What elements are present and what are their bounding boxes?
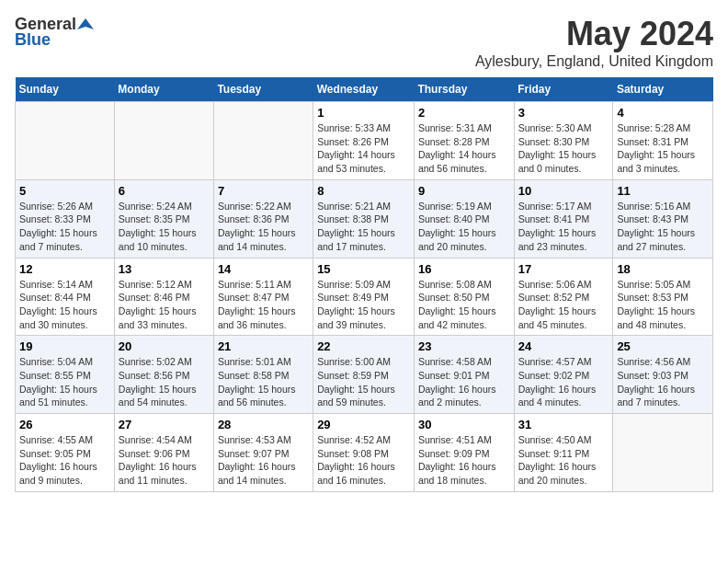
day-info: Sunrise: 5:26 AMSunset: 8:33 PMDaylight:… [19,200,110,254]
calendar-cell: 26Sunrise: 4:55 AMSunset: 9:05 PMDayligh… [16,414,115,492]
logo: General Blue [15,15,94,50]
day-info: Sunrise: 5:06 AMSunset: 8:52 PMDaylight:… [518,278,609,332]
day-info: Sunrise: 5:00 AMSunset: 8:59 PMDaylight:… [317,355,410,409]
calendar-cell: 11Sunrise: 5:16 AMSunset: 8:43 PMDayligh… [613,179,713,258]
day-info: Sunrise: 5:02 AMSunset: 8:56 PMDaylight:… [119,355,210,409]
day-number: 5 [19,184,110,198]
day-info: Sunrise: 4:54 AMSunset: 9:06 PMDaylight:… [119,433,210,488]
calendar-cell: 14Sunrise: 5:11 AMSunset: 8:47 PMDayligh… [213,258,313,336]
day-info: Sunrise: 5:01 AMSunset: 8:58 PMDaylight:… [218,355,309,409]
day-number: 6 [119,184,210,198]
calendar-cell: 28Sunrise: 4:53 AMSunset: 9:07 PMDayligh… [213,414,313,492]
day-info: Sunrise: 5:09 AMSunset: 8:49 PMDaylight:… [317,278,410,332]
day-number: 9 [418,184,510,198]
calendar-cell [213,102,313,180]
day-info: Sunrise: 5:04 AMSunset: 8:55 PMDaylight:… [19,355,110,409]
day-info: Sunrise: 5:31 AMSunset: 8:28 PMDaylight:… [418,121,510,176]
calendar-cell [613,414,713,492]
day-info: Sunrise: 4:56 AMSunset: 9:03 PMDaylight:… [617,355,709,409]
calendar-cell [114,102,213,180]
calendar-cell: 4Sunrise: 5:28 AMSunset: 8:31 PMDaylight… [613,102,713,180]
calendar-cell: 23Sunrise: 4:58 AMSunset: 9:01 PMDayligh… [414,336,514,414]
calendar-cell: 2Sunrise: 5:31 AMSunset: 8:28 PMDaylight… [414,102,514,180]
day-info: Sunrise: 4:55 AMSunset: 9:05 PMDaylight:… [19,433,110,488]
day-number: 23 [418,339,510,353]
day-number: 3 [518,106,609,120]
calendar-cell: 25Sunrise: 4:56 AMSunset: 9:03 PMDayligh… [613,336,713,414]
day-info: Sunrise: 5:21 AMSunset: 8:38 PMDaylight:… [317,200,410,254]
calendar-cell: 13Sunrise: 5:12 AMSunset: 8:46 PMDayligh… [114,258,213,336]
day-number: 27 [119,418,210,431]
day-info: Sunrise: 5:16 AMSunset: 8:43 PMDaylight:… [617,200,709,254]
day-info: Sunrise: 4:57 AMSunset: 9:02 PMDaylight:… [518,355,609,409]
header-day-sunday: Sunday [16,77,115,102]
day-number: 30 [418,418,510,431]
header-day-wednesday: Wednesday [313,77,415,102]
day-number: 28 [218,418,309,431]
calendar-cell: 8Sunrise: 5:21 AMSunset: 8:38 PMDaylight… [313,179,415,258]
week-row-3: 12Sunrise: 5:14 AMSunset: 8:44 PMDayligh… [16,258,713,336]
calendar-cell: 16Sunrise: 5:08 AMSunset: 8:50 PMDayligh… [414,258,514,336]
calendar-cell: 3Sunrise: 5:30 AMSunset: 8:30 PMDaylight… [514,102,613,180]
day-number: 14 [218,262,309,276]
day-info: Sunrise: 5:08 AMSunset: 8:50 PMDaylight:… [418,278,510,332]
calendar-cell: 10Sunrise: 5:17 AMSunset: 8:41 PMDayligh… [514,179,613,258]
calendar-cell: 18Sunrise: 5:05 AMSunset: 8:53 PMDayligh… [613,258,713,336]
day-info: Sunrise: 5:11 AMSunset: 8:47 PMDaylight:… [218,278,309,332]
day-number: 26 [19,418,110,431]
week-row-5: 26Sunrise: 4:55 AMSunset: 9:05 PMDayligh… [16,414,713,492]
location-title: Aylesbury, England, United Kingdom [475,53,713,70]
day-number: 15 [317,262,410,276]
calendar-cell: 19Sunrise: 5:04 AMSunset: 8:55 PMDayligh… [16,336,115,414]
day-number: 11 [617,184,709,198]
svg-marker-0 [77,18,94,29]
day-number: 7 [218,184,309,198]
day-number: 21 [218,339,309,353]
calendar-cell: 22Sunrise: 5:00 AMSunset: 8:59 PMDayligh… [313,336,415,414]
day-number: 24 [518,339,609,353]
day-info: Sunrise: 5:24 AMSunset: 8:35 PMDaylight:… [119,200,210,254]
day-number: 18 [617,262,709,276]
day-info: Sunrise: 4:58 AMSunset: 9:01 PMDaylight:… [418,355,510,409]
day-info: Sunrise: 4:53 AMSunset: 9:07 PMDaylight:… [218,433,309,488]
calendar-cell: 1Sunrise: 5:33 AMSunset: 8:26 PMDaylight… [313,102,415,180]
day-number: 31 [518,418,609,431]
header-day-thursday: Thursday [414,77,514,102]
logo-blue: Blue [15,30,51,50]
day-info: Sunrise: 5:12 AMSunset: 8:46 PMDaylight:… [119,278,210,332]
day-number: 19 [19,339,110,353]
calendar-table: SundayMondayTuesdayWednesdayThursdayFrid… [15,77,713,492]
calendar-cell: 31Sunrise: 4:50 AMSunset: 9:11 PMDayligh… [514,414,613,492]
day-info: Sunrise: 5:19 AMSunset: 8:40 PMDaylight:… [418,200,510,254]
calendar-cell: 12Sunrise: 5:14 AMSunset: 8:44 PMDayligh… [16,258,115,336]
day-number: 13 [119,262,210,276]
month-title: May 2024 [475,15,713,53]
day-number: 20 [119,339,210,353]
calendar-cell: 15Sunrise: 5:09 AMSunset: 8:49 PMDayligh… [313,258,415,336]
calendar-cell: 30Sunrise: 4:51 AMSunset: 9:09 PMDayligh… [414,414,514,492]
day-info: Sunrise: 5:05 AMSunset: 8:53 PMDaylight:… [617,278,709,332]
calendar-cell: 27Sunrise: 4:54 AMSunset: 9:06 PMDayligh… [114,414,213,492]
header: General Blue May 2024 Aylesbury, England… [15,15,713,70]
header-day-saturday: Saturday [613,77,713,102]
calendar-cell [16,102,115,180]
week-row-1: 1Sunrise: 5:33 AMSunset: 8:26 PMDaylight… [16,102,713,180]
day-number: 8 [317,184,410,198]
day-number: 17 [518,262,609,276]
title-area: May 2024 Aylesbury, England, United King… [475,15,713,70]
week-row-2: 5Sunrise: 5:26 AMSunset: 8:33 PMDaylight… [16,179,713,258]
calendar-cell: 24Sunrise: 4:57 AMSunset: 9:02 PMDayligh… [514,336,613,414]
calendar-cell: 9Sunrise: 5:19 AMSunset: 8:40 PMDaylight… [414,179,514,258]
day-info: Sunrise: 5:22 AMSunset: 8:36 PMDaylight:… [218,200,309,254]
calendar-cell: 20Sunrise: 5:02 AMSunset: 8:56 PMDayligh… [114,336,213,414]
day-number: 4 [617,106,709,120]
day-number: 29 [317,418,410,431]
day-info: Sunrise: 5:30 AMSunset: 8:30 PMDaylight:… [518,121,609,176]
day-number: 25 [617,339,709,353]
day-number: 22 [317,339,410,353]
day-number: 1 [317,106,410,120]
calendar-cell: 21Sunrise: 5:01 AMSunset: 8:58 PMDayligh… [213,336,313,414]
header-day-monday: Monday [114,77,213,102]
calendar-cell: 6Sunrise: 5:24 AMSunset: 8:35 PMDaylight… [114,179,213,258]
calendar-cell: 29Sunrise: 4:52 AMSunset: 9:08 PMDayligh… [313,414,415,492]
